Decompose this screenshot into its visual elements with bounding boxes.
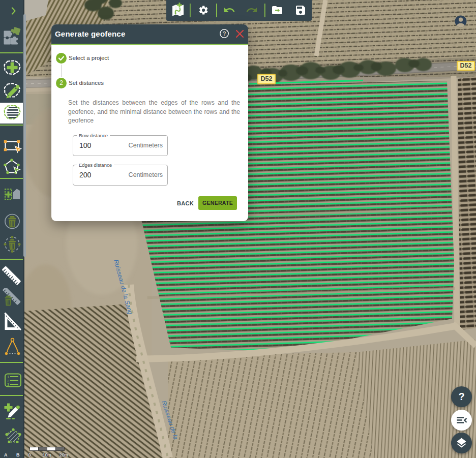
- svg-text:A: A: [4, 452, 8, 457]
- svg-text:B: B: [16, 452, 20, 457]
- svg-text:?: ?: [223, 30, 226, 37]
- svg-text:3: 3: [7, 382, 9, 387]
